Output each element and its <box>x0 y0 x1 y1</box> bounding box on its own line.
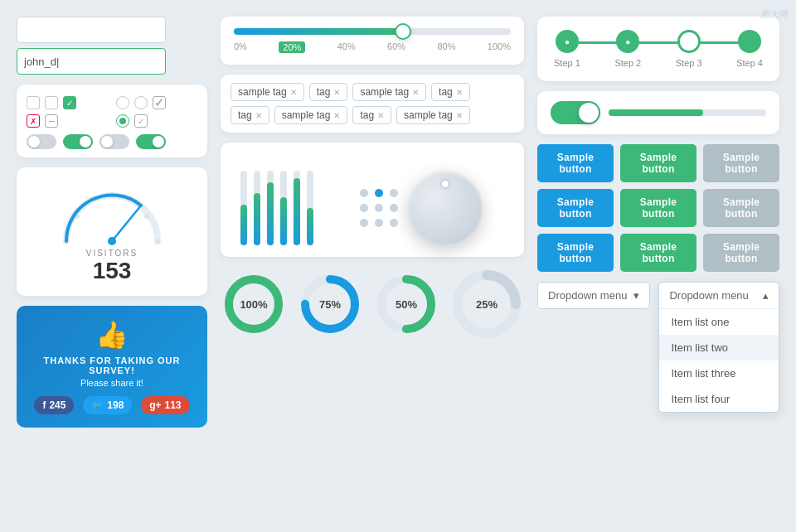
tag-close-icon[interactable]: ✕ <box>377 111 384 120</box>
sample-btn-3[interactable]: Sample button <box>703 144 779 182</box>
step-label-2: Step 2 <box>614 58 641 68</box>
right-column: ● Step 1 ● Step 2 Step 3 Step 4 <box>537 17 779 448</box>
tag-item[interactable]: sample tag✕ <box>352 83 426 101</box>
toggle-4[interactable] <box>136 134 166 149</box>
range-label-40: 40% <box>337 41 356 53</box>
username-input[interactable] <box>17 48 166 75</box>
checkmark-gray[interactable]: ✓ <box>153 96 166 109</box>
facebook-count: 245 <box>49 399 66 411</box>
sample-btn-7[interactable]: Sample button <box>537 234 614 272</box>
knob-dots <box>360 189 398 227</box>
tag-close-icon[interactable]: ✕ <box>333 88 340 97</box>
checkbox-3[interactable]: ✓ <box>63 96 76 109</box>
checkmark-gray2[interactable]: ✓ <box>134 114 148 128</box>
tags-section: sample tag✕ tag✕ sample tag✕ tag✕ tag✕ s… <box>221 75 524 133</box>
toggle-2[interactable] <box>63 134 93 149</box>
vslider-6[interactable] <box>307 154 313 245</box>
step-1: ● Step 1 <box>554 30 580 68</box>
svg-line-7 <box>112 206 141 241</box>
range-fill <box>234 28 400 35</box>
range-label-60: 60% <box>387 41 405 53</box>
vslider-5[interactable] <box>294 154 300 245</box>
left-column: ✓ ✓ ✗ − ✓ <box>17 17 207 448</box>
twitter-count: 198 <box>107 399 124 411</box>
sample-btn-1[interactable]: Sample button <box>537 144 614 182</box>
dot-2 <box>375 189 383 197</box>
range-label-80: 80% <box>437 41 455 53</box>
facebook-icon: f <box>42 399 46 411</box>
google-share-button[interactable]: g+ 113 <box>141 396 189 414</box>
dropdown-open-label: Dropdown menu <box>669 289 748 302</box>
tag-item[interactable]: tag✕ <box>231 106 269 124</box>
range-track[interactable] <box>234 28 511 35</box>
vslider-2[interactable] <box>254 154 260 245</box>
tag-item[interactable]: tag✕ <box>431 83 470 101</box>
steps-section: ● Step 1 ● Step 2 Step 3 Step 4 <box>537 17 779 81</box>
google-count: 113 <box>165 399 182 411</box>
range-thumb[interactable] <box>395 23 411 40</box>
sample-btn-5[interactable]: Sample button <box>620 189 696 227</box>
username-input-blank[interactable] <box>17 17 166 43</box>
vslider-3[interactable] <box>267 154 274 245</box>
tag-item[interactable]: sample tag✕ <box>274 106 348 124</box>
checkbox-5[interactable]: − <box>45 114 58 128</box>
tag-close-icon[interactable]: ✕ <box>412 88 419 97</box>
steps-row: ● Step 1 ● Step 2 Step 3 Step 4 <box>554 30 763 68</box>
radio-1[interactable] <box>116 96 129 109</box>
tag-item[interactable]: sample tag✕ <box>231 83 304 101</box>
dot-3 <box>390 189 398 197</box>
tags-row-2: tag✕ sample tag✕ tag✕ sample tag✕ <box>231 106 514 124</box>
step-circle-1: ● <box>556 30 579 53</box>
tag-close-icon[interactable]: ✕ <box>456 88 463 97</box>
step-3: Step 3 <box>676 30 702 68</box>
donut-charts: 100% 75% 50% <box>221 267 524 341</box>
gauge-widget: VISITORS 153 <box>17 167 207 296</box>
vslider-4[interactable] <box>280 154 287 245</box>
dropdown-item-3[interactable]: Item list three <box>659 360 779 386</box>
sample-btn-8[interactable]: Sample button <box>620 234 696 272</box>
radio-2[interactable] <box>134 96 148 109</box>
middle-column: 0% 20% 40% 60% 80% 100% sample tag✕ tag✕… <box>221 17 524 448</box>
dropdown-open-header[interactable]: Dropdown menu ▴ <box>659 283 779 309</box>
vslider-1[interactable] <box>240 154 247 245</box>
toggle-group <box>27 134 197 149</box>
dot-4 <box>360 204 368 212</box>
survey-title: THANKS FOR TAKING OUR SURVEY! <box>30 355 194 375</box>
step-circle-2: ● <box>616 30 639 53</box>
checkbox-4[interactable]: ✗ <box>27 114 40 128</box>
sample-btn-2[interactable]: Sample button <box>620 144 696 182</box>
checkbox-1[interactable] <box>27 96 40 109</box>
step-label-3: Step 3 <box>676 58 702 68</box>
twitter-share-button[interactable]: 🐦 198 <box>83 396 132 414</box>
radio-3[interactable] <box>116 114 129 128</box>
tag-close-icon[interactable]: ✕ <box>255 111 262 120</box>
range-labels: 0% 20% 40% 60% 80% 100% <box>234 41 511 53</box>
knob-marker <box>442 181 449 187</box>
step-circle-4 <box>738 30 761 53</box>
sample-btn-9[interactable]: Sample button <box>703 234 779 272</box>
toggle-3[interactable] <box>100 134 129 149</box>
sample-btn-6[interactable]: Sample button <box>703 189 779 227</box>
main-toggle[interactable] <box>551 101 600 124</box>
tag-close-icon[interactable]: ✕ <box>333 111 340 120</box>
toggle-1[interactable] <box>27 134 56 149</box>
tag-close-icon[interactable]: ✕ <box>290 88 297 97</box>
checkbox-2[interactable] <box>45 96 58 109</box>
rotary-knob[interactable] <box>408 171 483 245</box>
tag-item[interactable]: tag✕ <box>352 106 391 124</box>
dropdown-closed[interactable]: Dropdown menu ▾ <box>537 282 650 309</box>
sample-btn-4[interactable]: Sample button <box>537 189 614 227</box>
dropdown-item-2[interactable]: Item list two <box>659 335 779 360</box>
vertical-sliders <box>232 154 322 245</box>
dropdown-item-4[interactable]: Item list four <box>659 386 779 412</box>
dropdown-closed-label: Dropdown menu <box>548 289 627 302</box>
tag-close-icon[interactable]: ✕ <box>456 111 463 120</box>
dropdown-section: Dropdown menu ▾ Dropdown menu ▴ Item lis… <box>537 282 779 413</box>
step-2: ● Step 2 <box>614 30 641 68</box>
facebook-share-button[interactable]: f 245 <box>34 396 74 414</box>
donut-25: 25% <box>449 267 524 341</box>
dropdown-item-1[interactable]: Item list one <box>659 309 779 335</box>
tag-item[interactable]: tag✕ <box>309 83 348 101</box>
tag-item[interactable]: sample tag✕ <box>396 106 470 124</box>
range-label-0: 0% <box>234 41 247 53</box>
